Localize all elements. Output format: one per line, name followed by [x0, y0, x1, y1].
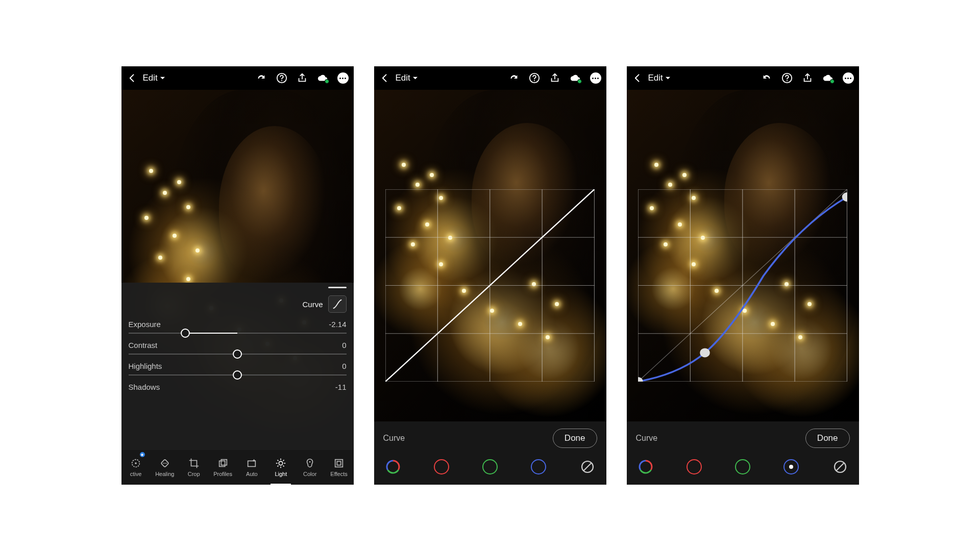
svg-line-51	[836, 463, 844, 471]
done-button[interactable]: Done	[553, 429, 597, 448]
edit-dropdown[interactable]: Edit	[396, 73, 418, 83]
light-drawer: Curve Exposure -2.14 Contrast 0	[121, 283, 354, 450]
curve-panel: Curve Done	[374, 421, 606, 485]
more-menu-icon[interactable]	[590, 72, 601, 84]
healing-icon	[159, 458, 170, 469]
svg-point-5	[163, 463, 164, 464]
tool-healing[interactable]: Healing	[150, 450, 179, 485]
channel-parametric-icon[interactable]	[580, 459, 595, 474]
drawer-handle[interactable]	[328, 287, 347, 288]
channel-parametric-icon[interactable]	[832, 459, 848, 474]
svg-point-38	[786, 80, 787, 81]
tool-light[interactable]: Light	[266, 450, 296, 485]
edit-dropdown[interactable]: Edit	[648, 73, 671, 83]
slider-label: Highlights	[129, 362, 162, 370]
cloud-sync-icon[interactable]	[570, 72, 581, 84]
channel-red[interactable]	[687, 459, 702, 474]
channel-blue[interactable]	[531, 459, 546, 474]
screen-2: Edit	[374, 66, 606, 485]
done-button[interactable]: Done	[805, 429, 850, 448]
tool-label: Effects	[330, 471, 347, 477]
svg-line-36	[583, 463, 592, 471]
channel-green[interactable]	[735, 459, 750, 474]
tool-color[interactable]: Color	[296, 450, 325, 485]
tool-effects[interactable]: Effects	[325, 450, 354, 485]
help-icon[interactable]	[781, 72, 793, 84]
channel-all[interactable]	[385, 459, 401, 474]
edit-label: Edit	[648, 73, 663, 83]
cloud-status-dot	[830, 79, 835, 84]
share-icon[interactable]	[297, 72, 308, 84]
curve-grid[interactable]	[638, 189, 847, 382]
curve-title: Curve	[636, 434, 658, 443]
tool-label: ctive	[130, 471, 142, 477]
slider-contrast: Contrast 0	[129, 341, 347, 355]
photo-preview[interactable]: Curve Exposure -2.14 Contrast 0	[121, 90, 354, 450]
cloud-status-dot	[577, 79, 582, 84]
slider-exposure: Exposure -2.14	[129, 320, 347, 334]
slider-value: 0	[342, 341, 346, 349]
channel-picker	[636, 459, 850, 474]
svg-rect-22	[337, 461, 340, 465]
help-icon[interactable]	[529, 72, 540, 84]
curve-grid[interactable]	[385, 189, 595, 382]
slider-highlights: Highlights 0	[129, 362, 347, 375]
cloud-sync-icon[interactable]	[822, 72, 834, 84]
channel-all[interactable]	[638, 459, 653, 474]
cloud-sync-icon[interactable]	[317, 72, 328, 84]
help-icon[interactable]	[276, 72, 287, 84]
slider-label: Contrast	[129, 341, 158, 349]
selective-icon	[130, 458, 141, 469]
slider-value: -2.14	[329, 320, 346, 329]
curve-panel: Curve Done	[627, 421, 859, 485]
tool-label: Color	[303, 471, 316, 477]
screen-1: Edit	[121, 66, 354, 485]
slider-track[interactable]	[129, 354, 347, 355]
more-menu-icon[interactable]	[337, 72, 349, 84]
channel-green[interactable]	[482, 459, 498, 474]
back-icon[interactable]	[379, 72, 390, 84]
svg-line-18	[278, 466, 279, 467]
back-icon[interactable]	[632, 72, 643, 84]
crop-icon	[188, 458, 200, 469]
curve-point-mid	[700, 348, 710, 357]
share-icon[interactable]	[549, 72, 560, 84]
tool-selective[interactable]: ctive	[121, 450, 151, 485]
bottom-toolbar: ctive Healing Crop Profiles Auto	[121, 450, 354, 485]
curve-label: Curve	[302, 300, 323, 309]
screenshots-row: Edit	[121, 66, 859, 485]
effects-icon	[333, 458, 345, 469]
channel-red[interactable]	[434, 459, 449, 474]
back-icon[interactable]	[127, 72, 138, 84]
channel-blue[interactable]	[783, 459, 799, 474]
photo-preview[interactable]	[627, 90, 859, 421]
tool-label: Crop	[188, 471, 200, 477]
svg-rect-9	[221, 460, 227, 465]
edit-label: Edit	[143, 73, 158, 83]
redo-icon[interactable]	[508, 72, 520, 84]
channel-picker	[383, 459, 597, 474]
share-icon[interactable]	[802, 72, 813, 84]
curve-button[interactable]	[328, 295, 347, 313]
edit-dropdown[interactable]: Edit	[143, 73, 165, 83]
slider-label: Shadows	[129, 383, 160, 391]
svg-rect-8	[219, 461, 225, 466]
redo-icon[interactable]	[256, 72, 267, 84]
topbar: Edit	[627, 66, 859, 90]
tool-profiles[interactable]: Profiles	[208, 450, 237, 485]
tool-auto[interactable]: Auto	[237, 450, 266, 485]
tool-label: Light	[275, 471, 287, 477]
profiles-icon	[217, 458, 229, 469]
slider-track[interactable]	[129, 374, 347, 375]
svg-point-24	[533, 80, 534, 81]
slider-label: Exposure	[129, 320, 161, 329]
slider-track[interactable]	[129, 333, 347, 334]
more-menu-icon[interactable]	[843, 72, 854, 84]
edit-label: Edit	[396, 73, 410, 83]
photo-preview[interactable]	[374, 90, 606, 421]
undo-icon[interactable]	[761, 72, 772, 84]
cloud-status-dot	[325, 79, 329, 84]
tool-crop[interactable]: Crop	[179, 450, 208, 485]
curve-title: Curve	[383, 434, 405, 443]
svg-point-1	[281, 80, 282, 81]
